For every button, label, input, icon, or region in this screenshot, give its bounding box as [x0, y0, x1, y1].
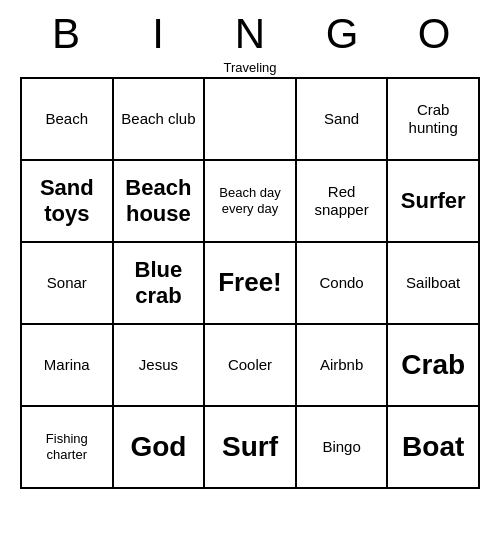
bingo-cell-20: Fishing charter — [22, 407, 114, 489]
bingo-cell-16: Jesus — [114, 325, 206, 407]
bingo-cell-18: Airbnb — [297, 325, 389, 407]
bingo-cell-10: Sonar — [22, 243, 114, 325]
bingo-cell-23: Bingo — [297, 407, 389, 489]
bingo-cell-15: Marina — [22, 325, 114, 407]
bingo-cell-9: Surfer — [388, 161, 480, 243]
bingo-cell-2 — [205, 79, 297, 161]
bingo-cell-21: God — [114, 407, 206, 489]
bingo-cell-12: Free! — [205, 243, 297, 325]
bingo-cell-3: Sand — [297, 79, 389, 161]
bingo-cell-24: Boat — [388, 407, 480, 489]
letter-o: O — [390, 10, 478, 58]
bingo-cell-19: Crab — [388, 325, 480, 407]
letter-n: N — [206, 10, 294, 58]
bingo-cell-6: Beach house — [114, 161, 206, 243]
bingo-cell-8: Red snapper — [297, 161, 389, 243]
bingo-cell-14: Sailboat — [388, 243, 480, 325]
bingo-header: B I N G O — [20, 10, 480, 58]
bingo-cell-7: Beach day every day — [205, 161, 297, 243]
bingo-subtitle: Traveling — [20, 60, 480, 75]
bingo-cell-22: Surf — [205, 407, 297, 489]
letter-i: I — [114, 10, 202, 58]
bingo-grid: BeachBeach clubSandCrab huntingSand toys… — [20, 77, 480, 489]
bingo-cell-17: Cooler — [205, 325, 297, 407]
bingo-cell-5: Sand toys — [22, 161, 114, 243]
bingo-cell-4: Crab hunting — [388, 79, 480, 161]
letter-b: B — [22, 10, 110, 58]
letter-g: G — [298, 10, 386, 58]
bingo-cell-13: Condo — [297, 243, 389, 325]
bingo-cell-1: Beach club — [114, 79, 206, 161]
bingo-cell-0: Beach — [22, 79, 114, 161]
bingo-cell-11: Blue crab — [114, 243, 206, 325]
